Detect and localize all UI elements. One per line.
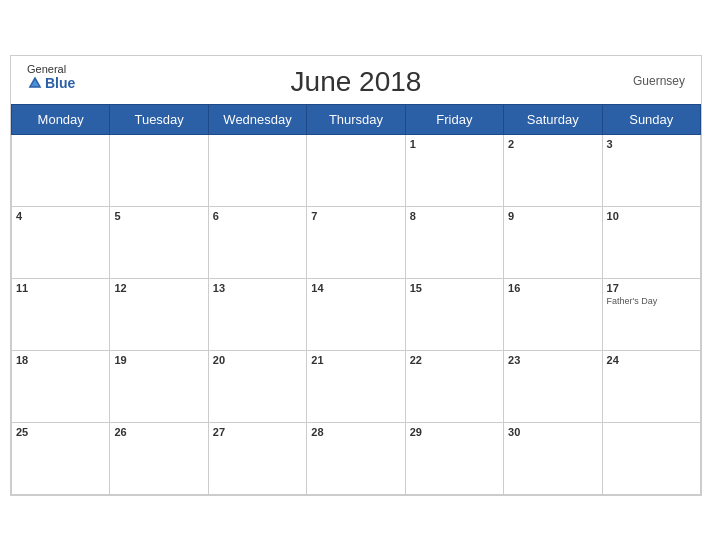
day-number: 17 xyxy=(607,282,696,294)
day-number: 21 xyxy=(311,354,400,366)
day-number: 27 xyxy=(213,426,302,438)
day-number: 8 xyxy=(410,210,499,222)
day-number: 19 xyxy=(114,354,203,366)
event-label: Father's Day xyxy=(607,296,696,306)
day-number: 15 xyxy=(410,282,499,294)
week-row-2: 45678910 xyxy=(12,206,701,278)
calendar-cell-w3-d7: 17Father's Day xyxy=(602,278,700,350)
day-number: 1 xyxy=(410,138,499,150)
day-number: 4 xyxy=(16,210,105,222)
week-row-4: 18192021222324 xyxy=(12,350,701,422)
day-number: 23 xyxy=(508,354,597,366)
logo-blue-text: Blue xyxy=(27,75,75,91)
calendar-cell-w2-d4: 7 xyxy=(307,206,405,278)
country-label: Guernsey xyxy=(633,74,685,88)
calendar-cell-w2-d2: 5 xyxy=(110,206,208,278)
calendar-cell-w1-d3 xyxy=(208,134,306,206)
calendar-grid: Monday Tuesday Wednesday Thursday Friday… xyxy=(11,104,701,495)
calendar-cell-w5-d6: 30 xyxy=(504,422,602,494)
header-sunday: Sunday xyxy=(602,104,700,134)
header-saturday: Saturday xyxy=(504,104,602,134)
header-wednesday: Wednesday xyxy=(208,104,306,134)
calendar-cell-w4-d6: 23 xyxy=(504,350,602,422)
day-number: 26 xyxy=(114,426,203,438)
week-row-1: 123 xyxy=(12,134,701,206)
calendar-cell-w5-d7 xyxy=(602,422,700,494)
calendar-cell-w3-d1: 11 xyxy=(12,278,110,350)
calendar-cell-w3-d5: 15 xyxy=(405,278,503,350)
calendar-cell-w1-d7: 3 xyxy=(602,134,700,206)
calendar-cell-w1-d2 xyxy=(110,134,208,206)
header-friday: Friday xyxy=(405,104,503,134)
logo: General Blue xyxy=(27,64,75,91)
calendar-cell-w5-d4: 28 xyxy=(307,422,405,494)
day-number: 14 xyxy=(311,282,400,294)
calendar-cell-w3-d4: 14 xyxy=(307,278,405,350)
day-number: 20 xyxy=(213,354,302,366)
day-number: 2 xyxy=(508,138,597,150)
week-row-5: 252627282930 xyxy=(12,422,701,494)
calendar-cell-w2-d6: 9 xyxy=(504,206,602,278)
day-number: 9 xyxy=(508,210,597,222)
day-number: 28 xyxy=(311,426,400,438)
week-row-3: 11121314151617Father's Day xyxy=(12,278,701,350)
day-number: 11 xyxy=(16,282,105,294)
calendar-cell-w2-d7: 10 xyxy=(602,206,700,278)
day-number: 25 xyxy=(16,426,105,438)
day-number: 30 xyxy=(508,426,597,438)
calendar-cell-w3-d3: 13 xyxy=(208,278,306,350)
calendar-cell-w5-d2: 26 xyxy=(110,422,208,494)
day-number: 13 xyxy=(213,282,302,294)
calendar-header: General Blue June 2018 Guernsey xyxy=(11,56,701,104)
calendar-cell-w4-d5: 22 xyxy=(405,350,503,422)
calendar-cell-w4-d2: 19 xyxy=(110,350,208,422)
day-number: 6 xyxy=(213,210,302,222)
calendar-container: General Blue June 2018 Guernsey Monday T… xyxy=(10,55,702,496)
calendar-cell-w2-d1: 4 xyxy=(12,206,110,278)
calendar-cell-w1-d4 xyxy=(307,134,405,206)
calendar-cell-w1-d5: 1 xyxy=(405,134,503,206)
weekday-header-row: Monday Tuesday Wednesday Thursday Friday… xyxy=(12,104,701,134)
calendar-cell-w5-d3: 27 xyxy=(208,422,306,494)
day-number: 7 xyxy=(311,210,400,222)
calendar-cell-w2-d5: 8 xyxy=(405,206,503,278)
header-thursday: Thursday xyxy=(307,104,405,134)
calendar-cell-w3-d6: 16 xyxy=(504,278,602,350)
calendar-cell-w5-d1: 25 xyxy=(12,422,110,494)
calendar-cell-w1-d1 xyxy=(12,134,110,206)
calendar-cell-w4-d4: 21 xyxy=(307,350,405,422)
day-number: 29 xyxy=(410,426,499,438)
header-monday: Monday xyxy=(12,104,110,134)
logo-general-text: General xyxy=(27,64,66,75)
calendar-cell-w4-d1: 18 xyxy=(12,350,110,422)
calendar-cell-w2-d3: 6 xyxy=(208,206,306,278)
day-number: 16 xyxy=(508,282,597,294)
calendar-cell-w3-d2: 12 xyxy=(110,278,208,350)
calendar-cell-w1-d6: 2 xyxy=(504,134,602,206)
calendar-cell-w4-d7: 24 xyxy=(602,350,700,422)
calendar-title: June 2018 xyxy=(291,66,422,98)
day-number: 12 xyxy=(114,282,203,294)
calendar-cell-w4-d3: 20 xyxy=(208,350,306,422)
logo-icon xyxy=(27,75,43,91)
day-number: 24 xyxy=(607,354,696,366)
header-tuesday: Tuesday xyxy=(110,104,208,134)
day-number: 22 xyxy=(410,354,499,366)
day-number: 5 xyxy=(114,210,203,222)
calendar-cell-w5-d5: 29 xyxy=(405,422,503,494)
day-number: 10 xyxy=(607,210,696,222)
day-number: 18 xyxy=(16,354,105,366)
day-number: 3 xyxy=(607,138,696,150)
